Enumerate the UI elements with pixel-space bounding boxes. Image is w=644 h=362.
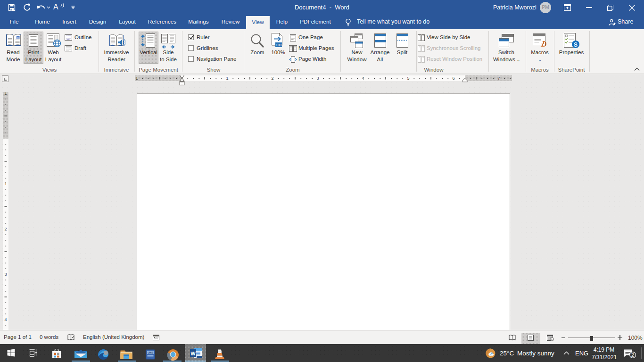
svg-text:1: 1 <box>135 76 138 81</box>
svg-text:100: 100 <box>276 43 282 47</box>
svg-text:2: 2 <box>271 76 273 81</box>
svg-text:1: 1 <box>226 76 228 81</box>
svg-text:7: 7 <box>497 76 500 81</box>
svg-text:W: W <box>190 351 196 356</box>
svg-text:1: 1 <box>4 181 7 186</box>
svg-text:5: 5 <box>407 76 409 81</box>
svg-text:1: 1 <box>4 92 7 96</box>
svg-text:4: 4 <box>362 76 364 81</box>
svg-text:3: 3 <box>316 76 319 81</box>
svg-text:3: 3 <box>4 272 7 277</box>
svg-text:2: 2 <box>4 227 7 231</box>
svg-text:6: 6 <box>452 76 454 81</box>
svg-text:LMS: LMS <box>148 351 153 354</box>
svg-text:2: 2 <box>631 352 634 358</box>
svg-text:S: S <box>574 41 578 48</box>
svg-text:4: 4 <box>4 317 7 322</box>
